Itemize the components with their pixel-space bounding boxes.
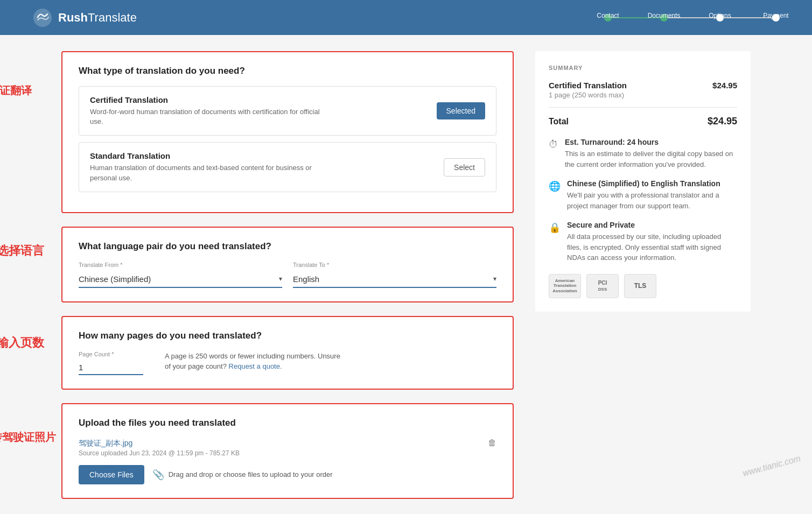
- left-content: 勾选认证翻译 What type of translation do you n…: [61, 51, 514, 514]
- tls-badge: TLS: [624, 274, 656, 298]
- standard-option-info: Standard Translation Human translation o…: [90, 151, 321, 182]
- section2-title: What language pair do you need translate…: [79, 241, 496, 252]
- info-turnaround-desc: This is an estimate to deliver the digit…: [565, 149, 737, 170]
- upload-section: Upload the files you need translated 驾驶证…: [61, 403, 514, 499]
- info-secure-title: Secure and Private: [567, 221, 737, 229]
- certified-option-name: Certified Translation: [90, 95, 321, 104]
- standard-option-desc: Human translation of documents and text-…: [90, 163, 321, 182]
- total-label: Total: [549, 117, 569, 126]
- upload-area: Choose Files 📎 Drag and drop or choose f…: [79, 465, 496, 484]
- page-count-input[interactable]: [79, 361, 143, 375]
- choose-files-button[interactable]: Choose Files: [79, 465, 144, 484]
- ata-badge: AmericanTranslationAssociation: [549, 274, 581, 298]
- translate-to-field: Translate To * English ▾: [293, 262, 496, 288]
- annotation-4: 上传驾驶证照片: [0, 430, 56, 445]
- info-secure-desc: All data processed by our site, includin…: [567, 231, 737, 263]
- summary-item-detail: 1 page (250 words max): [549, 91, 627, 99]
- section2-wrapper: 选择语言 What language pair do you need tran…: [61, 227, 514, 302]
- info-items: ⏱ Est. Turnaround: 24 hours This is an e…: [549, 138, 737, 263]
- pci-badge: PCIDSS: [586, 274, 619, 298]
- summary-item-row: Certified Translation 1 page (250 words …: [549, 81, 737, 99]
- section3-wrapper: 输入页数 How many pages do you need translat…: [61, 316, 514, 390]
- main-container: 勾选认证翻译 What type of translation do you n…: [29, 35, 783, 514]
- page-count-section: How many pages do you need translated? P…: [61, 316, 514, 390]
- logo-icon: [32, 8, 53, 28]
- language-pair-fields: Translate From * Chinese (Simplified) ▾ …: [79, 262, 496, 288]
- info-turnaround-text: Est. Turnaround: 24 hours This is an est…: [565, 138, 737, 170]
- section1-wrapper: 勾选认证翻译 What type of translation do you n…: [61, 51, 514, 213]
- language-pair-section: What language pair do you need translate…: [61, 227, 514, 302]
- drag-drop-text: Drag and drop or choose files to upload …: [169, 470, 333, 478]
- request-quote-link[interactable]: Request a quote.: [229, 362, 282, 370]
- info-pair-text: Chinese (Simplified) to English Translat…: [567, 179, 737, 211]
- lock-icon: 🔒: [549, 222, 561, 263]
- section1-title: What type of translation do you need?: [79, 66, 496, 76]
- delete-file-icon[interactable]: 🗑: [488, 438, 496, 448]
- page-count-label: Page Count *: [79, 351, 143, 357]
- summary-label: SUMMARY: [549, 65, 737, 71]
- step-documents: Documents: [660, 14, 668, 22]
- translate-to-value: English: [293, 274, 319, 284]
- info-pair-title: Chinese (Simplified) to English Translat…: [567, 179, 737, 188]
- translate-from-select[interactable]: Chinese (Simplified) ▾: [79, 271, 282, 288]
- translate-to-select[interactable]: English ▾: [293, 271, 496, 288]
- step-label-contact: Contact: [597, 12, 619, 19]
- info-item-turnaround: ⏱ Est. Turnaround: 24 hours This is an e…: [549, 138, 737, 170]
- step-label-payment: Payment: [763, 12, 788, 19]
- info-pair-desc: We'll pair you with a professional trans…: [567, 190, 737, 211]
- annotation-1: 勾选认证翻译: [0, 83, 32, 98]
- translate-to-label: Translate To *: [293, 262, 496, 268]
- summary-item-name: Certified Translation: [549, 81, 627, 90]
- globe-icon: 🌐: [549, 180, 561, 211]
- drag-drop-area: 📎 Drag and drop or choose files to uploa…: [152, 469, 333, 481]
- header: RushTranslate Contact Documents Options …: [0, 0, 812, 35]
- certified-selected-button[interactable]: Selected: [437, 102, 485, 119]
- trust-badges: AmericanTranslationAssociation PCIDSS TL…: [549, 274, 737, 298]
- summary-divider: [549, 107, 737, 108]
- summary-item-price: $24.95: [712, 81, 737, 90]
- certified-option-desc: Word-for-word human translation of docum…: [90, 107, 321, 126]
- annotation-2: 选择语言: [0, 243, 44, 259]
- page-count-note: A page is 250 words or fewer including n…: [165, 351, 348, 375]
- step-label-documents: Documents: [648, 12, 681, 19]
- step-payment: Payment: [772, 14, 780, 22]
- summary-card: SUMMARY Certified Translation 1 page (25…: [535, 51, 751, 312]
- step-label-options: Options: [709, 12, 731, 19]
- standard-option-name: Standard Translation: [90, 151, 321, 160]
- progress-steps: Contact Documents Options Payment: [604, 14, 780, 22]
- section4-title: Upload the files you need translated: [79, 418, 496, 428]
- step-contact: Contact: [604, 14, 612, 22]
- chevron-down-icon-from: ▾: [279, 275, 282, 283]
- standard-select-button[interactable]: Select: [444, 158, 485, 177]
- file-row: 驾驶证_副本.jpg Source uploaded Jun 23, 2024 …: [79, 438, 496, 457]
- section4-wrapper: 上传驾驶证照片 Upload the files you need transl…: [61, 403, 514, 499]
- info-item-secure: 🔒 Secure and Private All data processed …: [549, 221, 737, 263]
- page-count-content: Page Count * A page is 250 words or fewe…: [79, 351, 496, 375]
- translate-from-value: Chinese (Simplified): [79, 274, 151, 284]
- section3-title: How many pages do you need translated?: [79, 330, 496, 341]
- right-sidebar: SUMMARY Certified Translation 1 page (25…: [535, 51, 751, 514]
- certified-option-info: Certified Translation Word-for-word huma…: [90, 95, 321, 126]
- logo: RushTranslate: [32, 8, 137, 28]
- file-info: 驾驶证_副本.jpg Source uploaded Jun 23, 2024 …: [79, 438, 240, 457]
- translate-from-field: Translate From * Chinese (Simplified) ▾: [79, 262, 282, 288]
- file-meta: Source uploaded Jun 23, 2024 @ 11:59 pm …: [79, 449, 240, 457]
- file-name-link[interactable]: 驾驶证_副本.jpg: [79, 439, 132, 447]
- translate-from-label: Translate From *: [79, 262, 282, 268]
- annotation-3: 输入页数: [0, 335, 44, 351]
- translation-type-section: What type of translation do you need? Ce…: [61, 51, 514, 213]
- chevron-down-icon-to: ▾: [493, 275, 496, 283]
- info-secure-text: Secure and Private All data processed by…: [567, 221, 737, 263]
- uploaded-file: 驾驶证_副本.jpg Source uploaded Jun 23, 2024 …: [79, 438, 496, 457]
- logo-text: RushTranslate: [58, 11, 137, 25]
- total-row: Total $24.95: [549, 116, 737, 127]
- summary-item-info: Certified Translation 1 page (250 words …: [549, 81, 627, 99]
- standard-translation-option[interactable]: Standard Translation Human translation o…: [79, 142, 496, 192]
- info-turnaround-title: Est. Turnaround: 24 hours: [565, 138, 737, 146]
- total-price: $24.95: [708, 116, 737, 127]
- info-item-translation-pair: 🌐 Chinese (Simplified) to English Transl…: [549, 179, 737, 211]
- certified-translation-option[interactable]: Certified Translation Word-for-word huma…: [79, 86, 496, 136]
- step-options: Options: [716, 14, 724, 22]
- clock-icon: ⏱: [549, 139, 558, 170]
- paperclip-icon: 📎: [152, 469, 164, 481]
